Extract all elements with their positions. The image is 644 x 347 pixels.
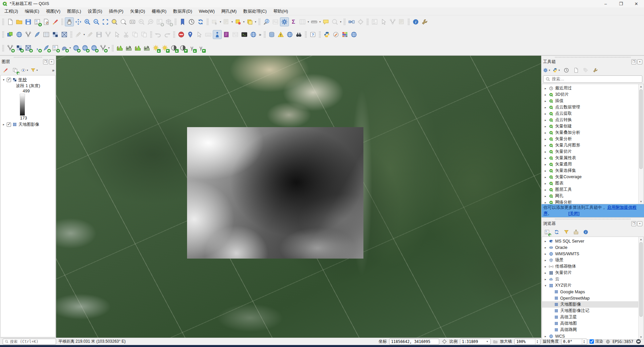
chevron-down-icon[interactable]: ▾ [108,46,110,49]
close-button[interactable]: ✕ [629,0,644,7]
menu-item-mesh[interactable]: 网孔(M) [218,8,240,15]
paste-features-icon[interactable] [140,30,149,39]
panel-overflow-chevron[interactable]: » [52,68,54,73]
add-wms-layer-icon[interactable] [71,43,80,52]
copy-features-icon[interactable] [131,30,140,39]
add-wfs-layer-icon[interactable] [90,43,99,52]
data-source-manager-icon[interactable] [6,30,15,39]
panel-close-icon[interactable]: × [637,59,642,64]
help-contents-icon[interactable] [411,17,420,26]
expand-arrow-icon[interactable]: ▸ [544,93,547,96]
refresh-browser-icon[interactable] [552,228,560,236]
toolbox-item[interactable]: ▸插值 [542,98,638,104]
toolbox-item[interactable]: ▸矢量属性表 [542,155,638,161]
toolbox-item[interactable]: ▸网络分析 [542,199,638,204]
expand-arrow-icon[interactable]: ▸ [544,106,547,109]
local-cumulative-stretch-icon[interactable] [133,43,142,52]
decrease-gamma-icon[interactable] [196,43,205,52]
processing-gears-icon[interactable]: ▾ [543,66,551,74]
zoom-to-layer-icon[interactable] [110,17,119,26]
metasearch-globe-icon[interactable] [285,30,294,39]
digitize-icon[interactable] [104,30,113,39]
gps-information-icon[interactable] [347,17,356,26]
magnifier-tool-icon[interactable] [330,17,339,26]
redo-icon[interactable] [163,30,172,39]
save-project-icon[interactable] [24,17,33,26]
filter-browser-icon[interactable] [562,228,570,236]
add-gpx-layer-icon[interactable] [42,43,51,52]
menu-item-view[interactable]: 视图(V) [43,8,63,15]
menu-item-processing[interactable]: 数据处理(C) [240,8,270,15]
osm-place-search-icon[interactable] [331,30,340,39]
browser-item-oracle[interactable]: ▸Oracle [542,244,638,251]
project-properties-icon[interactable] [42,17,51,26]
messages-bubble-icon[interactable] [636,339,641,344]
expand-arrow-icon[interactable]: ▸ [544,87,547,90]
pin-labels-icon[interactable] [186,30,195,39]
vector-misc-icon[interactable] [24,30,33,39]
toolbar-drag-handle[interactable] [150,31,152,38]
menu-item-settings[interactable]: 设置(S) [85,8,105,15]
geometry-checker-icon[interactable] [276,30,285,39]
unplaced-labels-icon[interactable] [177,30,186,39]
layer-visibility-checkbox[interactable] [7,122,11,127]
xyz-child-tianditu-labels[interactable]: 天地图影像注记 [542,308,638,314]
expand-arrow-icon[interactable]: ▸ [544,182,547,185]
toolbar-drag-handle[interactable] [174,18,177,25]
browser-item-scene[interactable]: ▸场景 [542,257,638,263]
toolbox-item[interactable]: ▸点云提取 [542,110,638,117]
select-by-form-icon[interactable] [222,17,231,26]
run-feature-action-icon[interactable] [271,17,280,26]
layer-row-school[interactable]: ▾ 学校 [1,76,55,83]
highlight-pinned-icon[interactable] [195,30,204,39]
manage-visibility-icon[interactable]: ▾ [21,66,29,74]
gps-track-icon[interactable] [356,17,365,26]
chevron-down-icon[interactable]: ▾ [307,20,310,23]
expand-arrow-icon[interactable]: ▸ [544,125,547,128]
restore-button[interactable]: ❐ [613,0,629,7]
toolbar-drag-handle[interactable] [319,31,321,38]
save-edits-icon[interactable] [95,30,104,39]
xyz-child-amap-sat[interactable]: 高德卫星 [542,314,638,320]
expand-arrow-icon[interactable]: ▸ [544,163,547,166]
layer-visibility-checkbox[interactable] [7,78,11,82]
increase-contrast-icon[interactable] [169,43,178,52]
expand-arrow-icon[interactable]: ▸ [544,259,547,262]
processing-toolbox-icon[interactable] [280,17,289,26]
crs-globe-icon[interactable] [606,339,610,344]
quickmap-services-grid-icon[interactable] [340,30,349,39]
menu-item-help[interactable]: 帮助(H) [270,8,291,15]
toolbar-drag-handle[interactable] [305,31,307,38]
help-question-icon[interactable] [308,30,317,39]
render-toggle[interactable]: 渲染 [590,339,603,344]
toolbox-item[interactable]: ▸3D切片 [542,91,638,98]
toolbox-item[interactable]: ▸矢量Coverage [542,174,638,180]
map-canvas[interactable] [56,56,541,338]
expand-arrow-icon[interactable]: ▸ [544,137,547,141]
render-checkbox[interactable] [590,339,594,344]
close-notification-link[interactable]: [关闭] [568,211,579,216]
toolbox-item[interactable]: ▸网孔 [542,193,638,199]
filter-legend-icon[interactable]: ▾ [30,66,38,74]
magnifier-input[interactable] [516,339,534,344]
collapse-arrow-icon[interactable]: ▾ [2,78,5,81]
diagram-options-icon[interactable] [231,30,240,39]
expand-arrow-icon[interactable]: ▸ [544,156,547,160]
zoom-in-icon[interactable] [83,17,92,26]
chevron-down-icon[interactable]: ▾ [319,20,321,23]
panel-close-icon[interactable]: × [49,59,54,64]
chevron-down-icon[interactable]: ▾ [243,20,245,23]
toolbar-drag-handle[interactable] [343,18,346,25]
expand-arrow-icon[interactable]: ▸ [544,144,547,147]
menu-item-project[interactable]: 工程(J) [1,8,21,15]
deselect-features-icon[interactable] [233,17,243,26]
toolbar-drag-handle[interactable] [366,18,369,25]
coordinate-input[interactable] [391,339,437,344]
menu-item-vector[interactable]: 矢量(O) [127,8,148,15]
quickmap-globe-icon[interactable] [15,30,24,39]
toolbox-item[interactable]: ▸图表 [542,180,638,187]
add-delimited-text-icon[interactable] [33,43,42,52]
expand-arrow-icon[interactable]: ▸ [544,265,547,268]
spinner-arrows-icon[interactable]: ▲▼ [535,339,538,344]
rotation-input[interactable] [563,339,581,344]
